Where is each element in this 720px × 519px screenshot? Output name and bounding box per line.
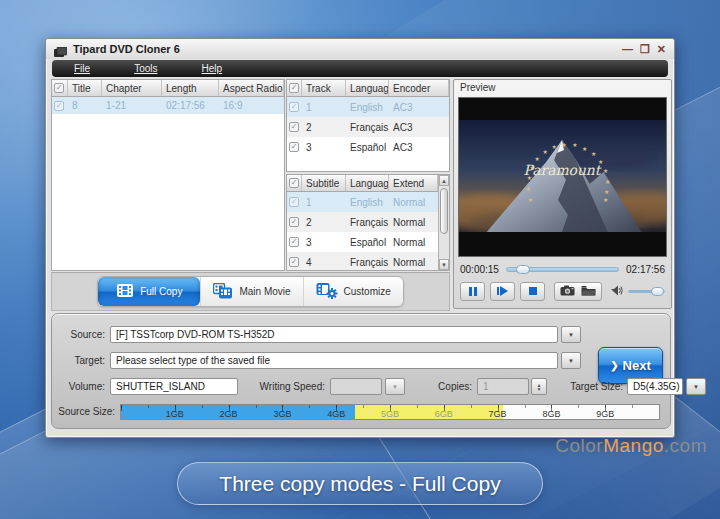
title-table: ✓ Title Chapter Length Aspect Radio ✓ 8 … xyxy=(51,79,285,271)
volume-thumb[interactable] xyxy=(651,287,664,296)
play-button[interactable] xyxy=(490,282,515,301)
customize-button[interactable]: Customize xyxy=(303,277,403,306)
title-checkbox[interactable]: ✓ xyxy=(54,101,64,111)
scroll-up-icon[interactable]: ▲ xyxy=(439,175,449,186)
writing-speed-arrow-icon: ▼ xyxy=(385,378,405,395)
spin-down-icon[interactable]: ▼ xyxy=(537,387,542,391)
volume-slider[interactable] xyxy=(628,290,665,293)
snapshot-button[interactable] xyxy=(560,282,575,300)
source-dropdown[interactable]: [F] TSSTcorp DVD-ROM TS-H352D xyxy=(110,326,558,343)
copies-spinner[interactable]: ▲▼ xyxy=(531,378,547,395)
subtitle-extend: Normal xyxy=(389,232,438,252)
source-size-label: Source Size: xyxy=(52,406,120,417)
select-all-tracks-checkbox[interactable]: ✓ xyxy=(289,83,299,93)
track-checkbox[interactable]: ✓ xyxy=(289,122,299,132)
source-size-row: Source Size: 1GB 2GB 3GB 4GB 5GB 6GB 7GB… xyxy=(52,403,660,420)
paramount-logo-scene: ★★★ ★★★ ★★★ ★★★ ★★★ ★ Paramount xyxy=(459,120,666,232)
writing-speed-dropdown xyxy=(330,378,382,395)
col-chapter: Chapter xyxy=(102,80,162,96)
title-value: 8 xyxy=(68,97,102,114)
length-value: 02:17:56 xyxy=(162,97,219,114)
subtitle-language: Español xyxy=(346,232,389,252)
target-size-dropdown[interactable]: D5(4.35G) xyxy=(627,378,683,395)
subtitle-row[interactable]: ✓ 4 Français Normal xyxy=(287,252,438,271)
tick-label: 3GB xyxy=(273,409,291,419)
maximize-button[interactable]: ❒ xyxy=(640,44,650,55)
seek-slider[interactable] xyxy=(506,267,619,272)
size-bar-blue xyxy=(121,405,355,419)
track-checkbox[interactable]: ✓ xyxy=(289,102,299,112)
snapshot-folder-group xyxy=(554,282,602,301)
title-row[interactable]: ✓ 8 1-21 02:17:56 16:9 xyxy=(52,97,284,114)
svg-text:★: ★ xyxy=(605,178,610,185)
tick-label: 6GB xyxy=(435,409,453,419)
subtitle-row[interactable]: ✓ 3 Español Normal xyxy=(287,232,438,252)
track-number: 2 xyxy=(302,117,346,137)
svg-text:★: ★ xyxy=(551,143,556,150)
source-dropdown-arrow-icon[interactable]: ▼ xyxy=(561,326,581,343)
app-icon xyxy=(54,44,67,55)
track-row[interactable]: ✓ 1 English AC3 xyxy=(287,97,449,117)
subtitle-extend: Normal xyxy=(389,192,438,212)
menu-help[interactable]: Help xyxy=(201,63,222,74)
full-copy-button[interactable]: Full Copy xyxy=(98,277,200,306)
open-folder-button[interactable] xyxy=(581,282,596,300)
title-table-header: ✓ Title Chapter Length Aspect Radio xyxy=(52,80,284,97)
svg-text:★: ★ xyxy=(528,196,533,203)
subtitle-scrollbar[interactable]: ▲ ▼ xyxy=(438,175,449,270)
svg-text:★: ★ xyxy=(603,196,608,203)
subtitle-number: 4 xyxy=(302,252,346,271)
film-gear-icon xyxy=(316,282,338,301)
track-row[interactable]: ✓ 2 Français AC3 xyxy=(287,117,449,137)
mode-label: Main Movie xyxy=(239,286,290,297)
title-bar[interactable]: Tipard DVD Cloner 6 — ❒ ✕ xyxy=(46,39,674,59)
track-row[interactable]: ✓ 3 Español AC3 xyxy=(287,137,449,157)
total-time: 02:17:56 xyxy=(626,264,665,275)
target-dropdown-arrow-icon[interactable]: ▼ xyxy=(561,352,581,369)
subtitle-number: 1 xyxy=(302,192,346,212)
menu-tools[interactable]: Tools xyxy=(134,63,157,74)
scroll-down-icon[interactable]: ▼ xyxy=(439,259,449,270)
target-dropdown[interactable]: Please select type of the saved file xyxy=(110,352,558,369)
minimize-button[interactable]: — xyxy=(622,44,633,55)
close-button[interactable]: ✕ xyxy=(657,44,666,55)
aspect-value: 16:9 xyxy=(219,97,284,114)
target-size-arrow-icon[interactable]: ▼ xyxy=(686,378,706,395)
col-extend: Extend xyxy=(389,175,438,191)
select-all-titles-checkbox[interactable]: ✓ xyxy=(54,83,64,93)
pause-button[interactable] xyxy=(460,282,485,301)
scrollbar-thumb[interactable] xyxy=(440,188,448,234)
subtitle-checkbox[interactable]: ✓ xyxy=(289,237,299,247)
watermark-text: Color xyxy=(555,435,603,456)
tick-label: 5GB xyxy=(381,409,399,419)
film-icon xyxy=(116,283,134,300)
subtitle-table-header: ✓ Subtitle Language Extend xyxy=(287,175,438,192)
track-checkbox[interactable]: ✓ xyxy=(289,142,299,152)
tick-label: 2GB xyxy=(220,409,238,419)
menu-file[interactable]: File xyxy=(74,63,90,74)
subtitle-table: ✓ Subtitle Language Extend ✓ 1 English N… xyxy=(286,174,450,271)
subtitle-row[interactable]: ✓ 2 Français Normal xyxy=(287,212,438,232)
pause-icon xyxy=(469,287,477,296)
subtitle-checkbox[interactable]: ✓ xyxy=(289,217,299,227)
caption-bubble: Three copy modes - Full Copy xyxy=(177,462,543,505)
select-all-subtitles-checkbox[interactable]: ✓ xyxy=(289,178,299,188)
subtitle-number: 3 xyxy=(302,232,346,252)
col-aspect-radio: Aspect Radio xyxy=(219,80,284,96)
track-number: 1 xyxy=(302,97,346,117)
subtitle-checkbox[interactable]: ✓ xyxy=(289,197,299,207)
source-row: Source: [F] TSSTcorp DVD-ROM TS-H352D ▼ xyxy=(52,326,581,343)
volume-input[interactable]: SHUTTER_ISLAND xyxy=(110,378,238,395)
copies-label: Copies: xyxy=(405,381,477,392)
seek-row: 00:00:15 02:17:56 xyxy=(460,262,665,277)
track-language: Español xyxy=(346,137,389,157)
video-preview[interactable]: ★★★ ★★★ ★★★ ★★★ ★★★ ★ Paramount xyxy=(458,97,667,257)
stop-button[interactable] xyxy=(520,282,545,301)
subtitle-checkbox[interactable]: ✓ xyxy=(289,257,299,267)
current-time: 00:00:15 xyxy=(460,264,499,275)
settings-panel: Source: [F] TSSTcorp DVD-ROM TS-H352D ▼ … xyxy=(51,313,671,429)
seek-thumb[interactable] xyxy=(516,265,530,274)
subtitle-row[interactable]: ✓ 1 English Normal xyxy=(287,192,438,212)
main-movie-button[interactable]: Main Movie xyxy=(200,277,302,306)
svg-text:★: ★ xyxy=(572,141,577,148)
